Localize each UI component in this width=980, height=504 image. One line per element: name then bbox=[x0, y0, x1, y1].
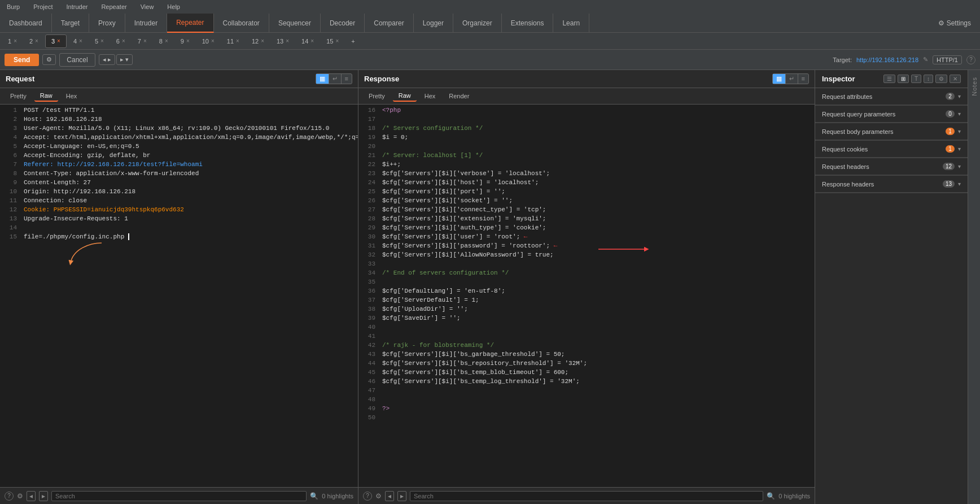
nav-tab-comparer[interactable]: Comparer bbox=[365, 14, 413, 33]
response-search-icon[interactable]: 🔍 bbox=[767, 492, 775, 500]
inspector-label-cookies: Request cookies bbox=[822, 146, 868, 153]
tab-response-hex[interactable]: Hex bbox=[419, 91, 441, 101]
num-tab-2[interactable]: 2 × bbox=[24, 34, 44, 48]
nav-tab-intruder[interactable]: Intruder bbox=[125, 14, 167, 33]
num-tab-9[interactable]: 9 × bbox=[175, 34, 195, 48]
response-view-more[interactable]: ≡ bbox=[798, 74, 808, 84]
nav-tab-repeater[interactable]: Repeater bbox=[167, 14, 213, 33]
response-search-input[interactable] bbox=[410, 491, 763, 501]
menu-project[interactable]: Project bbox=[31, 2, 55, 11]
resp-line-17: 17 bbox=[358, 116, 815, 125]
menu-intruder[interactable]: Intruder bbox=[64, 2, 90, 11]
forward-button[interactable]: ▸ ▾ bbox=[116, 54, 133, 65]
num-tab-7[interactable]: 7 × bbox=[132, 34, 152, 48]
inspector-view-list[interactable]: ☰ bbox=[883, 75, 895, 83]
protocol-badge[interactable]: HTTP/1 bbox=[933, 55, 962, 64]
tab-request-pretty[interactable]: Pretty bbox=[5, 91, 32, 101]
request-fwd-search[interactable]: ▸ bbox=[39, 491, 48, 501]
edit-icon[interactable]: ✎ bbox=[923, 56, 928, 63]
inspector-row-request-attributes[interactable]: Request attributes 2 ▾ bbox=[815, 88, 968, 105]
tab-response-pretty[interactable]: Pretty bbox=[363, 91, 391, 101]
num-tab-15[interactable]: 15 × bbox=[321, 34, 344, 48]
response-view-grid[interactable]: ▦ bbox=[773, 74, 786, 84]
request-code-area[interactable]: 1POST /test HTTP/1.1 2Host: 192.168.126.… bbox=[0, 105, 358, 487]
chevron-req-headers: ▾ bbox=[958, 163, 961, 170]
menu-repeater[interactable]: Repeater bbox=[99, 2, 129, 11]
response-code-area[interactable]: 16<?php 17 18/* Servers configuration */… bbox=[358, 105, 815, 487]
inspector-row-resp-headers[interactable]: Response headers 13 ▾ bbox=[815, 176, 968, 193]
nav-tab-organizer[interactable]: Organizer bbox=[453, 14, 502, 33]
resp-line-27: 27$cfg['Servers'][$i]['connect_type'] = … bbox=[358, 206, 815, 215]
response-help-icon[interactable]: ? bbox=[363, 492, 372, 501]
num-tab-13[interactable]: 13 × bbox=[271, 34, 295, 48]
nav-tab-extensions[interactable]: Extensions bbox=[502, 14, 554, 33]
response-settings-icon[interactable]: ⚙ bbox=[375, 492, 382, 500]
inspector-count-query-params: 0 ▾ bbox=[946, 110, 961, 118]
settings-button[interactable]: ⚙ Settings bbox=[929, 19, 980, 27]
request-line-3: 3User-Agent: Mozilla/5.0 (X11; Linux x86… bbox=[0, 125, 358, 134]
request-view-pretty[interactable]: ▦ bbox=[316, 74, 329, 84]
menu-help[interactable]: Help bbox=[165, 2, 182, 11]
inspector-section-query-params: Request query parameters 0 ▾ bbox=[815, 106, 968, 123]
request-view-wrap[interactable]: ↵ bbox=[329, 74, 342, 84]
resp-line-24: 24$cfg['Servers'][$i]['host'] = 'localho… bbox=[358, 179, 815, 188]
request-search-input[interactable] bbox=[51, 491, 307, 501]
send-button[interactable]: Send bbox=[5, 54, 39, 66]
nav-tab-target[interactable]: Target bbox=[52, 14, 89, 33]
inspector-count-request-attributes: 2 ▾ bbox=[946, 93, 961, 100]
num-tab-12[interactable]: 12 × bbox=[246, 34, 270, 48]
request-search-icon[interactable]: 🔍 bbox=[310, 492, 318, 500]
response-back-search[interactable]: ◂ bbox=[385, 491, 394, 501]
inspector-row-body-params[interactable]: Request body parameters 1 ▾ bbox=[815, 123, 968, 140]
menu-view[interactable]: View bbox=[138, 2, 156, 11]
resp-line-32: 32$cfg['Servers'][$i]['AllowNoPassword']… bbox=[358, 251, 815, 260]
num-tab-add[interactable]: + bbox=[345, 34, 360, 48]
back-button[interactable]: ◂ ▸ bbox=[99, 54, 115, 65]
num-tab-8[interactable]: 8 × bbox=[154, 34, 174, 48]
tab-request-hex[interactable]: Hex bbox=[60, 91, 83, 101]
nav-tab-dashboard[interactable]: Dashboard bbox=[0, 14, 52, 33]
chevron-request-attributes: ▾ bbox=[958, 93, 961, 99]
inspector-view-grid[interactable]: ⊞ bbox=[898, 75, 909, 83]
request-line-12: 12Cookie: PHPSESSID=ianuicjdq39htspkq6p6… bbox=[0, 206, 358, 215]
response-fwd-search[interactable]: ▸ bbox=[397, 491, 406, 501]
num-tab-4[interactable]: 4 × bbox=[68, 34, 88, 48]
tab-request-raw[interactable]: Raw bbox=[34, 90, 58, 102]
nav-tab-decoder[interactable]: Decoder bbox=[321, 14, 365, 33]
num-tab-3[interactable]: 3 × bbox=[45, 34, 67, 48]
request-help-icon[interactable]: ? bbox=[5, 492, 14, 501]
nav-tab-collaborator[interactable]: Collaborator bbox=[214, 14, 269, 33]
request-settings-icon[interactable]: ⚙ bbox=[17, 492, 23, 500]
inspector-sort[interactable]: ↕ bbox=[924, 75, 933, 83]
request-view-more[interactable]: ≡ bbox=[342, 74, 352, 84]
send-options-button[interactable]: ⚙ bbox=[42, 54, 56, 65]
tab-response-render[interactable]: Render bbox=[443, 91, 475, 101]
tab-response-raw[interactable]: Raw bbox=[393, 90, 417, 102]
inspector-row-req-headers[interactable]: Request headers 12 ▾ bbox=[815, 158, 968, 175]
inspector-view-text[interactable]: T bbox=[911, 75, 921, 83]
num-tab-6[interactable]: 6 × bbox=[111, 34, 131, 48]
request-back-search[interactable]: ◂ bbox=[27, 491, 36, 501]
inspector-settings[interactable]: ⚙ bbox=[935, 75, 947, 83]
response-view-wrap[interactable]: ↵ bbox=[786, 74, 798, 84]
inspector-close[interactable]: ✕ bbox=[950, 75, 961, 83]
resp-line-39: 39$cfg['SaveDir'] = ''; bbox=[358, 315, 815, 324]
nav-tab-sequencer[interactable]: Sequencer bbox=[269, 14, 321, 33]
inspector-row-cookies[interactable]: Request cookies 1 ▾ bbox=[815, 141, 968, 158]
response-panel-header: Response ▦ ↵ ≡ bbox=[358, 70, 815, 88]
nav-tab-logger[interactable]: Logger bbox=[414, 14, 453, 33]
num-tab-10[interactable]: 10 × bbox=[196, 34, 220, 48]
inspector-row-query-params[interactable]: Request query parameters 0 ▾ bbox=[815, 106, 968, 123]
number-tabs: 1 × 2 × 3 × 4 × 5 × 6 × 7 × 8 × 9 × 10 ×… bbox=[0, 33, 980, 50]
target-url[interactable]: http://192.168.126.218 bbox=[856, 57, 918, 63]
num-tab-14[interactable]: 14 × bbox=[296, 34, 320, 48]
nav-tab-learn[interactable]: Learn bbox=[553, 14, 589, 33]
help-icon[interactable]: ? bbox=[966, 55, 975, 64]
num-tab-11[interactable]: 11 × bbox=[221, 34, 245, 48]
num-tab-1[interactable]: 1 × bbox=[2, 34, 23, 48]
notes-label[interactable]: Notes bbox=[968, 75, 981, 98]
cancel-button[interactable]: Cancel bbox=[59, 53, 95, 67]
num-tab-5[interactable]: 5 × bbox=[89, 34, 110, 48]
menu-burp[interactable]: Burp bbox=[5, 2, 22, 11]
nav-tab-proxy[interactable]: Proxy bbox=[89, 14, 125, 33]
